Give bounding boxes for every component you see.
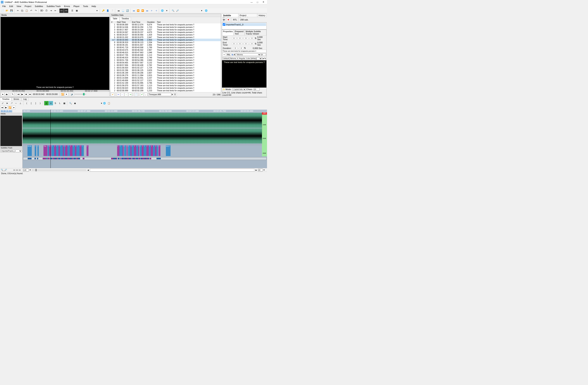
subtitle-clip[interactable]: T [60,145,63,156]
end-ms[interactable] [250,43,254,45]
wand-icon[interactable]: ✨ [222,88,225,91]
subtitle-clip[interactable]: T [149,145,151,156]
subtitle-clip[interactable]: T [82,145,84,156]
subtitle-clip[interactable]: T [56,145,59,156]
start-m[interactable] [238,37,242,39]
table-row[interactable]: 100:00:57.65600:01:00.4382,782These are … [110,64,221,67]
record-button[interactable]: ● [1,92,4,96]
zoom-in-icon[interactable]: 🔍 [171,9,175,13]
user-icon[interactable]: 👤 [106,9,110,13]
subtitle-clip[interactable]: T [37,145,39,156]
timeline-time[interactable]: 00:00:33.943 [0,110,22,113]
check-button[interactable]: ✔ [111,93,114,96]
translate-icon[interactable]: Ⓣ [44,9,48,13]
close-button[interactable]: ✕ [260,0,266,4]
table-row[interactable]: 200:01:58.02300:02:00.4442,421These are … [110,87,221,89]
subtitle-clip[interactable]: T [51,145,54,156]
table-row[interactable]: 200:01:52.19900:01:55.9953,796These are … [110,82,221,84]
track-checkbox[interactable] [223,23,225,26]
subtitle-clip[interactable]: T [76,145,80,156]
video-ruler[interactable]: 00:00:34.45000:01:08.90000:01:43.35000:0… [0,90,109,92]
table-row[interactable]: 100:00:43.57500:00:46.5422,967These are … [110,49,221,51]
subtitle-clip[interactable]: T [138,145,139,156]
tl-bracket2-icon[interactable]: [ [29,101,33,105]
tl-l-icon[interactable]: L [58,101,62,105]
style-select[interactable]: Default [Tahoma, 8, Regular, Color [Whit… [222,57,262,60]
nav-first-icon[interactable]: ⇤ [117,93,120,96]
minimize-button[interactable]: — [249,0,254,4]
subtitle-clip[interactable]: T [144,145,146,156]
table-row[interactable]: 200:01:56.07000:01:57.1831,113These are … [110,84,221,87]
volume-slider[interactable] [74,94,86,95]
track-item[interactable]: ImportedTrack1_0 [222,23,266,26]
style-dropdown-icon[interactable]: ▾ [263,57,264,60]
tl-pin-icon[interactable]: ⊥ [18,101,23,105]
options-icon[interactable]: ☰ [173,93,177,96]
subtitle-clip[interactable]: T [75,145,76,156]
loop-button[interactable]: 🔁 [61,92,64,96]
tab-subtitle-tracks[interactable]: Subtitle Tracks [222,14,238,17]
spinner-icon[interactable]: ⇅ [244,47,246,49]
spinner-icon[interactable]: ⇅ [255,43,256,45]
subtitle-clip[interactable]: T [156,145,158,156]
tab-timeline[interactable]: Timeline [120,17,131,21]
subtitle-clip[interactable]: T [59,145,60,156]
menu-player[interactable]: Player [72,5,81,8]
doc-icon[interactable]: 📃 [121,9,125,13]
rewind-icon[interactable]: ⏪ [136,9,140,13]
subtitle-clip[interactable]: T [124,145,126,156]
tl-bracket1-icon[interactable]: ( [24,101,29,105]
delete-track-button[interactable]: ✖ [227,18,230,22]
subtitle-clip[interactable]: T [123,145,124,156]
save-icon[interactable]: 💾 [9,9,14,13]
tl-find-icon[interactable]: 🔍 [68,101,73,105]
h-scrollbar[interactable] [90,169,254,171]
start-ms[interactable] [250,37,254,39]
menu-file[interactable]: File [1,5,7,8]
subtitle-clip[interactable]: T [128,145,130,156]
table-row[interactable]: 100:00:41.71900:00:43.5081,789These are … [110,46,221,49]
zoom-out-small-icon[interactable]: 🔎 [4,169,7,171]
spin-r[interactable]: ▾ [264,169,265,171]
spinner-icon[interactable]: ⇅ [255,37,256,40]
track-list[interactable]: ImportedTrack1_0 [222,23,267,29]
subtitle-clip[interactable]: T [126,145,128,156]
subtitle-track[interactable]: 00:00..TTThe..TThTTTTTTTTTTTTTTTTTTTTTTT… [23,145,267,157]
menu-project[interactable]: Project [23,5,33,8]
subtitle-clip[interactable]: T [67,145,70,156]
tl-track-select[interactable]: ImportedTrack1_0 [0,150,22,152]
playhead[interactable] [50,110,51,168]
tl-arrow-icon[interactable]: ⭧ [9,101,14,105]
table-row[interactable]: 200:01:08.27900:01:11.0942,815These are … [110,74,221,77]
subtitle-clip[interactable]: T [35,145,36,156]
subtitle-clip[interactable]: T [169,145,170,156]
tl-play-icon[interactable]: ▶ [4,106,8,109]
add-line-icon[interactable]: + [222,53,226,56]
tl-goto-start-icon[interactable]: ⏮ [0,106,4,109]
tl-globe-icon[interactable]: 🌐 [102,101,107,105]
zoom-in-small-icon[interactable]: 🔍 [1,169,3,171]
tl-loop-icon[interactable]: 🔁 [8,106,12,109]
table-row[interactable]: 200:01:06.19900:01:08.2062,007These are … [110,71,221,74]
edit-button[interactable]: ✎ [11,92,14,96]
dropdown-icon[interactable]: ▾ [95,9,99,13]
subtitle-clip[interactable]: 00:00.. [27,145,32,156]
subtitle-clip[interactable]: T [153,145,155,156]
menu-subtitles track[interactable]: Subtitles Track [45,5,62,8]
timespan-input[interactable] [148,93,171,96]
subtitle-clip[interactable]: T [72,145,75,156]
table-row[interactable]: 200:01:14.69400:01:16.9312,237These are … [110,77,221,79]
tab-bottom-errors[interactable]: Errors [12,97,21,101]
nav-prev-icon[interactable]: ← [121,93,124,96]
timeline-ruler[interactable]: 00.00000:00:23.68000:00:47.36000:01:11.0… [23,110,267,112]
subtitle-clip[interactable]: T [140,145,142,156]
subtitle-clip[interactable]: Th [49,145,51,156]
dropdown3-icon[interactable]: ▾ [200,9,204,13]
tl-open-icon[interactable]: ⤢ [0,101,5,105]
subtitle-clip[interactable]: T [134,145,136,156]
subtitle-clip[interactable]: T [65,145,67,156]
tl-s-icon[interactable]: S [53,101,58,105]
dur-ms[interactable] [239,47,243,49]
subtitle-clip[interactable]: T [54,145,56,156]
delete-icon[interactable]: ⌦ [40,9,44,13]
